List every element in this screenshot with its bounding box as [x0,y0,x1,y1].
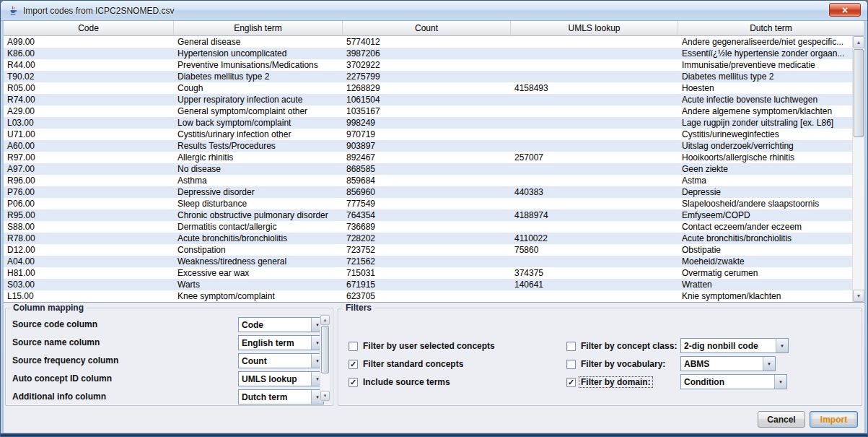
table-cell: A60.00 [4,140,174,152]
table-cell: Slapeloosheid/andere slaapstoornis [678,198,852,209]
table-row[interactable]: R95.00Chronic obstructive pulmonary diso… [4,209,852,221]
column-header[interactable]: Code [4,21,174,36]
table-cell [511,221,678,233]
filter-checkbox[interactable]: ✓Filter by domain: [566,376,652,388]
table-row[interactable]: P76.00Depressive disorder856960440383Dep… [4,186,852,198]
table-row[interactable]: R97.00Allergic rhinitis892467257007Hooik… [4,152,852,163]
table-cell: Emfyseem/COPD [678,209,852,221]
column-header[interactable]: UMLS lookup [511,21,678,36]
scroll-up-icon: ▲ [323,318,328,322]
checkbox-label: Filter by user selected concepts [361,341,496,351]
table-cell [511,59,678,71]
java-icon [7,5,19,17]
mapping-label: Additional info column [12,389,106,404]
table-row[interactable]: S03.00Warts671915140641Wratten [4,279,852,290]
table-cell: 868585 [343,163,511,175]
filter-dropdown[interactable]: 2-dig nonbill code▼ [680,338,789,353]
scrollbar-thumb[interactable] [854,49,864,137]
table-cell: General disease [174,36,343,48]
scroll-down-icon: ▼ [323,394,328,398]
table-row[interactable]: D12.00Constipation72375275860Obstipatie [4,244,852,256]
mapping-dropdown[interactable]: UMLS lookup▼ [238,371,324,386]
table-cell: Low back symptom/complaint [174,117,343,129]
checkbox-icon[interactable] [348,342,358,351]
table-row[interactable]: P06.00Sleep disturbance777549Slapelooshe… [4,198,852,209]
table-row[interactable]: R96.00Asthma859684Astma [4,175,852,186]
table-row[interactable]: R74.00Upper respiratory infection acute1… [4,94,852,105]
table-row[interactable]: L03.00Low back symptom/complaint998249La… [4,117,852,129]
column-header[interactable]: Count [343,21,511,36]
table-cell: Cystitis/urineweginfecties [678,129,852,140]
table-row[interactable]: A60.00Results Tests/Procedures903897Uits… [4,140,852,152]
table-vertical-scrollbar[interactable]: ▲ ▼ [852,36,864,302]
filter-dropdown[interactable]: Condition▼ [680,374,787,389]
table-cell: 723752 [343,244,511,256]
table-row[interactable]: R05.00Cough12688294158493Hoesten [4,82,852,94]
mapping-scrollbar-thumb[interactable] [321,326,329,373]
filter-checkbox[interactable]: ✓Include source terms [348,376,452,388]
table-row[interactable]: R44.00Preventive Imunisations/Medication… [4,59,852,71]
checkbox-icon[interactable]: ✓ [566,378,576,387]
table-cell: Essentiï¿½le hypertensie zonder orgaan..… [678,48,852,59]
table-cell: 440383 [511,186,678,198]
mapping-scroll-down-button[interactable]: ▼ [320,391,330,401]
combo-value: English term [239,336,311,350]
filter-checkbox[interactable]: Filter by vocabulary: [566,358,667,370]
checkbox-icon[interactable]: ✓ [348,360,358,369]
scroll-up-button[interactable]: ▲ [853,36,864,48]
checkbox-label: Filter by domain: [579,377,652,387]
table-row[interactable]: H81.00Excessive ear wax715031374375Overm… [4,267,852,279]
table-cell [511,198,678,209]
table-row[interactable]: T90.02Diabetes mellitus type 22275799Dia… [4,71,852,82]
import-codes-dialog: Import codes from ICPC2SNOMED.csv × Code… [0,0,868,437]
combo-value: ABMS [681,357,763,371]
checkbox-icon[interactable] [566,360,576,369]
column-header[interactable]: English term [174,21,343,36]
import-button[interactable]: Import [810,411,858,428]
column-header[interactable]: Dutch term [678,21,864,36]
filter-checkbox[interactable]: Filter by concept class: [566,340,678,352]
table-body: A99.00General disease5774012Andere gegen… [4,36,852,302]
mapping-scrollbar[interactable]: ▲ ▼ [320,314,330,402]
chevron-down-icon[interactable]: ▼ [763,357,775,371]
table-row[interactable]: L15.00Knee symptom/complaint623705Knie s… [4,290,852,302]
table-cell: Acute bronchitis/bronchiolitis [174,233,343,244]
checkbox-icon[interactable] [566,342,576,351]
table-row[interactable]: A29.00General symptom/complaint other103… [4,105,852,117]
table-cell: Knie symptomen/klachten [678,290,852,302]
close-button[interactable]: × [829,3,861,17]
table-row[interactable]: A97.00No disease868585Geen ziekte [4,163,852,175]
table-cell: Preventive Imunisations/Medications [174,59,343,71]
table-row[interactable]: U71.00Cystitis/urinary infection other97… [4,129,852,140]
mapping-dropdown[interactable]: Code▼ [238,317,324,332]
table-row[interactable]: A99.00General disease5774012Andere gegen… [4,36,852,48]
table-cell: R96.00 [4,175,174,186]
table-row[interactable]: A04.00Weakness/tiredness general721562Mo… [4,256,852,267]
chevron-down-icon[interactable]: ▼ [774,375,786,389]
combo-value: UMLS lookup [239,372,311,386]
table-cell: Depressie [678,186,852,198]
table-cell: Excessive ear wax [174,267,343,279]
table-row[interactable]: R78.00Acute bronchitis/bronchiolitis7282… [4,233,852,244]
mapping-label: Source name column [12,335,100,350]
mapping-scroll-up-button[interactable]: ▲ [320,315,330,325]
mapping-dropdown[interactable]: Count▼ [238,353,324,368]
scroll-down-button[interactable]: ▼ [853,290,864,302]
table-cell: K86.00 [4,48,174,59]
column-mapping-group: Column mapping Source code columnCode▼So… [5,308,333,406]
table-cell: Hypertension uncomplicated [174,48,343,59]
mapping-dropdown[interactable]: English term▼ [238,335,324,350]
filters-title: Filters [343,303,374,313]
table-cell: 764354 [343,209,511,221]
filter-dropdown[interactable]: ABMS▼ [680,356,776,371]
filter-checkbox[interactable]: ✓Filter standard concepts [348,358,465,370]
filter-checkbox[interactable]: Filter by user selected concepts [348,340,496,352]
table-row[interactable]: K86.00Hypertension uncomplicated3987206E… [4,48,852,59]
checkbox-icon[interactable]: ✓ [348,378,358,387]
mapping-dropdown[interactable]: Dutch term▼ [238,389,324,404]
table-row[interactable]: S88.00Dermatitis contact/allergic736689C… [4,221,852,233]
chevron-down-icon[interactable]: ▼ [776,339,788,352]
title-bar[interactable]: Import codes from ICPC2SNOMED.csv × [1,1,867,21]
cancel-button[interactable]: Cancel [758,411,805,428]
window-title: Import codes from ICPC2SNOMED.csv [23,6,174,16]
